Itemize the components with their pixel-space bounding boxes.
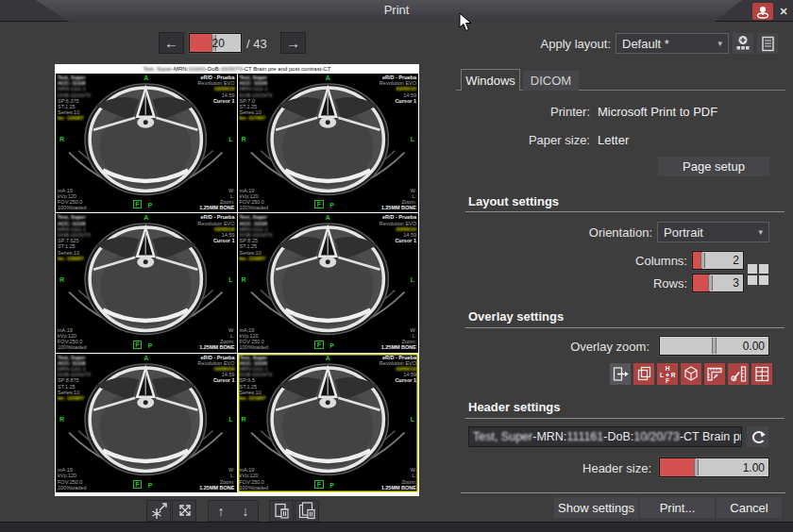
grid-overlay-icon — [751, 363, 772, 385]
save-layout-button[interactable] — [733, 33, 753, 54]
tab-windows[interactable]: Windows — [461, 69, 520, 91]
move-page-group: ↑ ↓ — [208, 500, 259, 522]
preview-cell[interactable]: Test, Super ACC: 11116 MRN:1111-1 DOB:10… — [56, 354, 237, 492]
orientation-marker-feet: F — [133, 341, 142, 349]
cell-overlay-top-right: eR/D - Prueba Revolution EVO 02/05/16 14… — [380, 75, 416, 104]
cell-overlay-top-left: Test, Super ACC: 11116 MRN:1111-1 DOB:10… — [58, 75, 91, 122]
orientation-dropdown[interactable]: Portrait ▾ — [657, 222, 769, 242]
cell-overlay-bottom-left: mA:19 kVp:120 FOV:250.0 100%loaded — [240, 327, 269, 351]
measurement-tools-icon — [728, 363, 749, 385]
overlay-zoom-slider[interactable]: 0.00 — [659, 336, 769, 356]
list-icon — [757, 33, 778, 54]
close-button[interactable]: ✕ — [776, 4, 791, 19]
page-number-spinner[interactable]: 20 — [189, 33, 242, 53]
show-settings-button[interactable]: Show settings — [554, 497, 638, 518]
toggle-overlays-button[interactable] — [610, 363, 631, 385]
orientation-letters-icon: H L R F — [657, 363, 678, 385]
columns-slider[interactable]: 2 — [692, 251, 744, 270]
preview-cell[interactable]: Test, Super ACC: 11116 MRN:1111-1 DOB:10… — [238, 74, 419, 212]
orientation-marker-right: R — [242, 136, 246, 142]
refresh-header-button[interactable] — [747, 426, 768, 447]
cancel-button[interactable]: Cancel — [717, 497, 782, 518]
header-dob: 10/20/73 — [220, 66, 242, 72]
orientation-marker-feet: F — [133, 200, 142, 208]
header-input-name: Test, Super — [473, 430, 532, 443]
orientation-marker-anterior: A — [143, 214, 148, 221]
overlay-frames-button[interactable] — [633, 363, 654, 385]
chevron-down-icon: ▾ — [758, 227, 763, 237]
grid-layout-button[interactable] — [748, 264, 769, 286]
overlay-zoom-label: Overlay zoom: — [510, 340, 650, 354]
orientation-marker-anterior: A — [143, 75, 148, 81]
cell-overlay-bottom-right: W: L: Zoom: 1.25MM BONE — [199, 188, 234, 211]
print-preview-page[interactable]: Test, Super-MRN:111161-DoB:10/20/73-CT B… — [55, 64, 419, 496]
apply-layout-value: Default * — [622, 37, 669, 51]
expand-icon — [173, 501, 195, 521]
header-text-input[interactable]: Test, Super-MRN:111161-DoB:10/20/73-CT B… — [468, 426, 742, 447]
ruler-overlay-button[interactable] — [704, 363, 725, 385]
spinner-fill — [190, 34, 212, 52]
window-bottom-edge — [0, 522, 793, 532]
orientation-marker-posterior: P — [148, 482, 153, 489]
printer-label: Printer: — [468, 105, 590, 119]
pin-button[interactable] — [752, 3, 773, 20]
move-page-up-button[interactable]: ↑ — [209, 501, 233, 521]
paper-size-value: Letter — [598, 133, 629, 147]
paper-size-label: Paper size: — [468, 133, 590, 147]
orientation-marker-posterior: P — [329, 482, 334, 489]
orientation-cube-button[interactable] — [681, 363, 701, 385]
header-settings-divider — [465, 418, 785, 419]
fullscreen-button[interactable] — [172, 500, 196, 522]
overlay-zoom-value: 0.00 — [743, 340, 765, 353]
preview-cell[interactable]: Test, Super ACC: 11116 MRN:1111-1 DOB:10… — [56, 213, 237, 352]
orientation-marker-left: L — [411, 416, 414, 423]
refresh-icon — [748, 427, 768, 446]
arrow-down-icon: ↓ — [243, 504, 249, 519]
svg-text:L: L — [660, 372, 664, 378]
cell-overlay-bottom-left: mA:19 kVp:120 FOV:250.0 100%loaded — [240, 188, 269, 211]
layout-list-button[interactable] — [757, 33, 778, 54]
cell-overlay-top-left: Test, Super ACC: 11116 MRN:1111-1 DOB:10… — [58, 355, 91, 402]
orientation-marker-anterior: A — [143, 355, 148, 361]
orientation-marker-right: R — [59, 136, 64, 142]
delete-page-button[interactable] — [269, 500, 294, 522]
orientation-marker-left: L — [228, 136, 232, 142]
orientation-marker-right: R — [59, 416, 64, 423]
orientation-marker-anterior: A — [326, 355, 330, 361]
previous-page-button[interactable]: ← — [159, 32, 184, 54]
preview-cell[interactable]: Test, Super ACC: 11116 MRN:1111-1 DOB:10… — [56, 74, 237, 212]
cell-overlay-bottom-right: W: L: Zoom: 1.25MM BONE — [199, 467, 234, 490]
layout-settings-divider — [465, 211, 785, 212]
orientation-marker-posterior: P — [329, 202, 334, 208]
print-button[interactable]: Print... — [640, 497, 715, 518]
measurements-overlay-button[interactable] — [728, 363, 749, 385]
overlay-settings-title: Overlay settings — [468, 309, 564, 324]
orientation-marker-left: L — [411, 136, 414, 142]
grid-overlay-button[interactable] — [751, 363, 772, 385]
orientation-marker-right: R — [242, 276, 246, 283]
pin-icon — [752, 3, 773, 20]
next-page-button[interactable]: → — [280, 32, 306, 54]
tab-dicom[interactable]: DICOM — [523, 71, 579, 91]
cell-overlay-top-left: Test, Super ACC: 11116 MRN:1111-1 DOB:10… — [240, 75, 273, 122]
header-size-slider[interactable]: 1.00 — [659, 457, 769, 477]
rows-slider[interactable]: 3 — [692, 274, 744, 292]
cell-overlay-bottom-left: mA:19 kVp:120 FOV:250.0 100%loaded — [58, 188, 87, 211]
header-input-dob: 10/20/73 — [633, 430, 680, 443]
move-page-down-button[interactable]: ↓ — [233, 501, 258, 521]
cell-overlay-top-left: Test, Super ACC: 11116 MRN:1111-1 DOB:10… — [240, 355, 273, 402]
overlay-settings-divider — [465, 327, 785, 328]
orientation-markers-button[interactable]: H L R F — [657, 363, 678, 385]
preview-cell[interactable]: Test, Super ACC: 11116 MRN:1111-1 DOB:10… — [238, 354, 419, 492]
orientation-value: Portrait — [664, 225, 703, 240]
cell-overlay-bottom-left: mA:19 kVp:120 FOV:250.0 100%loaded — [58, 327, 87, 351]
fit-content-button[interactable] — [146, 500, 171, 522]
preview-cell[interactable]: Test, Super ACC: 11116 MRN:1111-1 DOB:10… — [238, 213, 419, 352]
rows-value: 3 — [733, 276, 739, 290]
layout-settings-title: Layout settings — [468, 194, 559, 208]
orientation-marker-feet: F — [133, 480, 142, 489]
delete-all-pages-button[interactable] — [295, 500, 319, 522]
apply-layout-dropdown[interactable]: Default * ▾ — [616, 33, 729, 54]
page-setup-button[interactable]: Page setup — [658, 157, 769, 176]
cell-overlay-bottom-left: mA:19 kVp:120 FOV:250.0 100%loaded — [240, 467, 269, 490]
